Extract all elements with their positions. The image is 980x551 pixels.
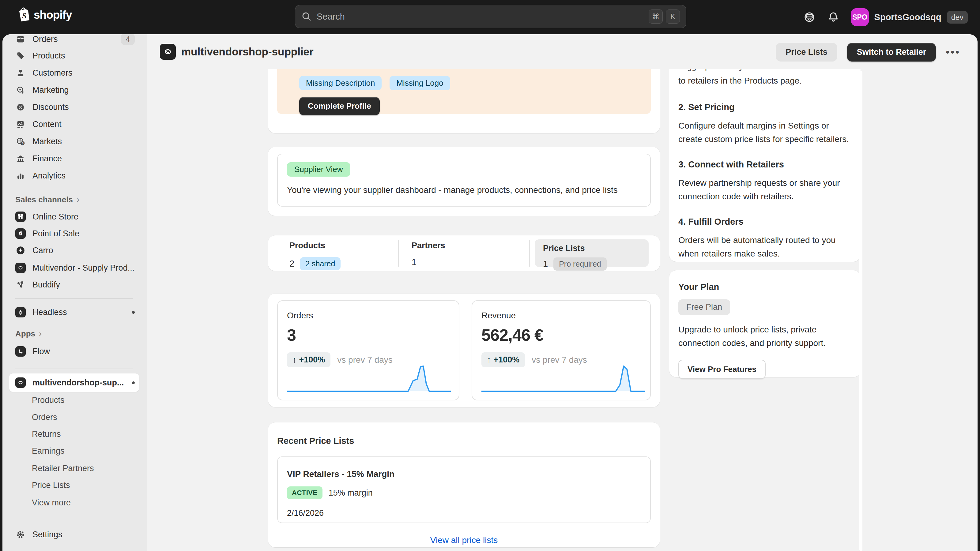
apps-header[interactable]: Apps › bbox=[15, 329, 41, 338]
marketing-target-icon bbox=[15, 85, 26, 95]
active-status-badge: ACTIVE bbox=[287, 486, 323, 499]
dev-mode-icon[interactable] bbox=[803, 11, 816, 23]
avatar: SPO bbox=[851, 8, 869, 26]
admin-window: Orders 4 Products Customers Marketing Di… bbox=[2, 34, 978, 551]
search-icon bbox=[301, 11, 312, 22]
analytics-bars-icon bbox=[15, 170, 26, 181]
topbar: S shopify ⌘ K bbox=[0, 0, 980, 34]
shortcut-cmd-key: ⌘ bbox=[649, 10, 663, 24]
your-plan-card: Your Plan Free Plan Upgrade to unlock pr… bbox=[669, 270, 861, 377]
revenue-metric-value: 562,46 € bbox=[481, 326, 641, 345]
sidebar-item-multivendor[interactable]: Multivendor - Supply Prod... bbox=[9, 260, 139, 276]
svg-text:$: $ bbox=[22, 141, 24, 145]
setup-step-4-title: 4. Fulfill Orders bbox=[678, 217, 851, 227]
shortcut-k-key: K bbox=[666, 10, 680, 24]
sidebar-item-customers[interactable]: Customers bbox=[9, 65, 139, 81]
shopify-admin: S shopify ⌘ K bbox=[0, 0, 980, 551]
stat-partners: Partners 1 bbox=[398, 235, 529, 271]
search-input[interactable] bbox=[317, 12, 646, 22]
more-actions-button[interactable]: ••• bbox=[946, 46, 960, 58]
customers-icon bbox=[15, 68, 26, 78]
setup-step-2-body: Configure default margins in Settings or… bbox=[678, 119, 851, 146]
point-of-sale-icon: S bbox=[15, 229, 26, 239]
setup-step-2-title: 2. Set Pricing bbox=[678, 102, 851, 112]
sidebar-subitem-earnings[interactable]: Earnings bbox=[9, 443, 139, 459]
scrollbar[interactable] bbox=[859, 71, 862, 551]
stat-price-lists[interactable]: Price Lists 1 Pro required bbox=[535, 240, 649, 267]
sidebar-item-analytics[interactable]: Analytics bbox=[9, 168, 139, 184]
sidebar-item-carro[interactable]: Carro bbox=[9, 243, 139, 258]
arrow-up-icon: ↑ bbox=[293, 355, 297, 365]
orders-compare-label: vs prev 7 days bbox=[337, 355, 393, 365]
discounts-icon bbox=[15, 102, 26, 112]
sidebar-item-store-app[interactable]: multivendorshop-sup... bbox=[9, 373, 139, 392]
sidebar-subitem-price-lists[interactable]: Price Lists bbox=[9, 478, 139, 493]
orders-sparkline bbox=[287, 364, 451, 392]
profile-completion-card: Missing Description Missing Logo Complet… bbox=[268, 69, 660, 133]
sidebar-subitem-products[interactable]: Products bbox=[9, 392, 139, 408]
sidebar-item-orders[interactable]: Orders 4 bbox=[9, 34, 139, 47]
complete-profile-button[interactable]: Complete Profile bbox=[299, 97, 380, 115]
your-plan-title: Your Plan bbox=[678, 282, 851, 292]
sidebar-subitem-view-more[interactable]: View more bbox=[9, 495, 139, 510]
sidebar-item-products[interactable]: Products bbox=[9, 48, 139, 64]
sidebar-item-online-store[interactable]: Online Store bbox=[9, 209, 139, 225]
sidebar-item-point-of-sale[interactable]: S Point of Sale bbox=[9, 225, 139, 241]
sidebar-item-label: Orders bbox=[32, 35, 114, 44]
sidebar-item-marketing[interactable]: Marketing bbox=[9, 82, 139, 98]
products-tag-icon bbox=[15, 51, 26, 61]
sidebar-item-flow[interactable]: Flow bbox=[9, 343, 139, 359]
notification-dot bbox=[132, 381, 135, 384]
sidebar-item-markets[interactable]: $ Markets bbox=[9, 133, 139, 149]
sidebar-item-buddify[interactable]: Buddify bbox=[9, 277, 139, 293]
supplier-view-card: Supplier View You're viewing your suppli… bbox=[268, 147, 660, 216]
revenue-compare-label: vs prev 7 days bbox=[531, 355, 587, 365]
missing-logo-badge: Missing Logo bbox=[390, 76, 450, 90]
price-list-name: VIP Retailers - 15% Margin bbox=[287, 469, 641, 479]
settings-gear-icon bbox=[15, 529, 26, 540]
price-lists-count: 1 bbox=[543, 259, 548, 269]
metrics-card: Orders 3 ↑ +100% vs prev 7 days bbox=[268, 294, 660, 407]
view-all-price-lists-link[interactable]: View all price lists bbox=[430, 535, 498, 545]
price-list-date: 2/16/2026 bbox=[287, 508, 641, 518]
page-title: multivendorshop-supplier bbox=[181, 46, 313, 58]
orders-count-badge: 4 bbox=[121, 34, 135, 45]
global-search[interactable]: ⌘ K bbox=[295, 5, 686, 28]
shopify-bag-icon: S bbox=[17, 7, 30, 23]
view-pro-features-button[interactable]: View Pro Features bbox=[678, 360, 766, 379]
online-store-icon bbox=[15, 211, 26, 222]
svg-text:S: S bbox=[22, 11, 26, 20]
finance-bank-icon bbox=[15, 153, 26, 164]
recent-price-lists-title: Recent Price Lists bbox=[277, 436, 651, 446]
sidebar-subitem-returns[interactable]: Returns bbox=[9, 426, 139, 442]
sidebar-subitem-orders[interactable]: Orders bbox=[9, 410, 139, 425]
revenue-metric-card: Revenue 562,46 € ↑ +100% vs prev 7 days bbox=[472, 300, 651, 400]
multivendor-store-icon bbox=[15, 378, 26, 388]
sales-channels-header[interactable]: Sales channels › bbox=[15, 195, 79, 205]
notifications-bell-icon[interactable] bbox=[827, 11, 840, 23]
content-image-icon bbox=[15, 119, 26, 130]
setup-step-3-title: 3. Connect with Retailers bbox=[678, 159, 851, 170]
sidebar-item-content[interactable]: Content bbox=[9, 116, 139, 132]
shared-products-badge: 2 shared bbox=[300, 257, 340, 270]
user-menu[interactable]: SPO SportsGoodsqq dev bbox=[851, 8, 968, 26]
chevron-right-icon: › bbox=[39, 329, 41, 338]
sidebar-item-settings[interactable]: Settings bbox=[9, 527, 139, 542]
shopify-logo[interactable]: S shopify bbox=[17, 7, 72, 23]
switch-to-retailer-button[interactable]: Switch to Retailer bbox=[847, 43, 936, 62]
topbar-actions: SPO SportsGoodsqq dev bbox=[803, 0, 968, 34]
products-count: 2 bbox=[290, 259, 294, 269]
shopify-logo-text: shopify bbox=[34, 9, 72, 21]
price-list-margin: 15% margin bbox=[329, 488, 373, 498]
sidebar-item-headless[interactable]: Headless bbox=[9, 304, 139, 320]
stat-products: Products 2 2 shared bbox=[268, 235, 398, 271]
revenue-sparkline bbox=[481, 364, 645, 392]
price-list-item[interactable]: VIP Retailers - 15% Margin ACTIVE 15% ma… bbox=[277, 456, 651, 523]
price-lists-button[interactable]: Price Lists bbox=[776, 43, 837, 62]
sidebar-item-discounts[interactable]: Discounts bbox=[9, 99, 139, 115]
dashboard-scroll-area[interactable]: Missing Description Missing Logo Complet… bbox=[147, 69, 978, 551]
sidebar-subitem-retailer-partners[interactable]: Retailer Partners bbox=[9, 461, 139, 476]
notification-dot bbox=[132, 311, 135, 314]
sidebar-item-finance[interactable]: Finance bbox=[9, 151, 139, 167]
flow-icon bbox=[15, 346, 26, 357]
